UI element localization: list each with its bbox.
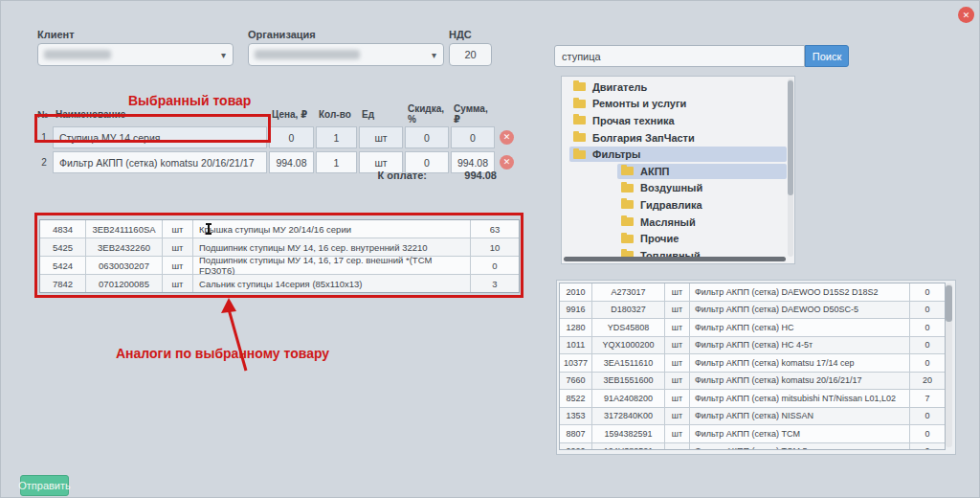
catalog-name[interactable]: Фильтр АКПП (сетка) DAEWOO D50SC-5 bbox=[690, 302, 910, 319]
tree-vertical-scrollbar[interactable] bbox=[788, 79, 793, 257]
client-select[interactable]: ▾ bbox=[37, 43, 234, 66]
tree-item[interactable]: Прочая техника bbox=[562, 112, 787, 129]
chevron-down-icon: ▾ bbox=[221, 50, 226, 60]
catalog-qty: 20 bbox=[910, 373, 945, 390]
search-button[interactable]: Поиск bbox=[805, 45, 849, 67]
tree-item[interactable]: АКПП bbox=[562, 163, 787, 180]
catalog-qty: 7 bbox=[910, 390, 945, 407]
delete-row-icon[interactable]: ✕ bbox=[500, 130, 514, 145]
cart-row-price[interactable]: 0 bbox=[269, 126, 314, 148]
cart-row[interactable]: 1 Ступица МУ 14 серия 0 1 шт 0 0 ✕ bbox=[37, 126, 516, 148]
search-input[interactable] bbox=[554, 45, 805, 67]
analog-row[interactable]: 5424 0630030207 шт Подшипник ступицы МУ … bbox=[40, 257, 519, 275]
analog-name[interactable]: Подшипник ступицы МУ 14, 16, 17 сер. вне… bbox=[193, 257, 471, 274]
col-price: Цена, ₽ bbox=[269, 109, 314, 120]
catalog-row[interactable]: 10377 3EA1511610 шт Фильтр АКПП (сетка) … bbox=[560, 354, 945, 373]
catalog-row[interactable]: 7660 3EB1551600 шт Фильтр АКПП (сетка) k… bbox=[560, 373, 945, 391]
catalog-row[interactable]: 8522 91A2408200 шт Фильтр АКПП (сетка) m… bbox=[560, 390, 945, 408]
tree-item[interactable]: Ремонты и услуги bbox=[562, 96, 787, 113]
tree-item[interactable]: Двигатель bbox=[562, 79, 787, 96]
tree-item-label: Двигатель bbox=[592, 81, 647, 93]
cart-row-discount[interactable]: 0 bbox=[405, 126, 449, 148]
analog-name[interactable]: Крышка ступицы МУ 20/14/16 серии bbox=[193, 220, 471, 238]
catalog-qty: 0 bbox=[910, 283, 945, 301]
catalog-qty: 0 bbox=[910, 302, 945, 319]
catalog-name[interactable]: Фильтр АКПП (сетка) NISSAN bbox=[690, 408, 910, 425]
vat-input[interactable] bbox=[449, 43, 492, 66]
tree-item[interactable]: Масляный bbox=[562, 214, 787, 231]
catalog-name[interactable]: Фильтр АКПП (сетка) HC 4-5т bbox=[690, 337, 910, 354]
tree-item[interactable]: Фильтры bbox=[562, 146, 787, 163]
delete-row-icon[interactable]: ✕ bbox=[500, 155, 514, 170]
catalog-table: 2010 A273017 шт Фильтр АКПП (сетка) DAEW… bbox=[559, 283, 946, 450]
annotation-arrow bbox=[212, 298, 259, 374]
folder-icon bbox=[621, 200, 634, 209]
annotation-analogs: Аналоги по выбранному товару bbox=[116, 346, 329, 361]
analog-code: 0701200085 bbox=[86, 275, 163, 292]
catalog-code: 3EA1511610 bbox=[592, 354, 665, 372]
catalog-qty: 0 bbox=[910, 425, 945, 442]
catalog-row[interactable]: 8807 1594382591 шт Фильтр АКПП (сетка) T… bbox=[560, 425, 945, 443]
catalog-row[interactable]: 1353 3172840K00 шт Фильтр АКПП (сетка) N… bbox=[560, 408, 945, 426]
catalog-id: 10377 bbox=[560, 354, 592, 372]
catalog-code: YDS45808 bbox=[592, 319, 665, 336]
catalog-id: 7660 bbox=[560, 373, 592, 390]
catalog-id: 1011 bbox=[560, 337, 592, 354]
analog-row[interactable]: 7842 0701200085 шт Сальник ступицы 14сер… bbox=[40, 275, 519, 292]
analog-qty: 0 bbox=[471, 257, 519, 274]
catalog-row[interactable]: 1280 YDS45808 шт Фильтр АКПП (сетка) HC … bbox=[560, 319, 945, 337]
organization-label: Организация bbox=[248, 29, 444, 40]
analog-id: 5424 bbox=[40, 257, 86, 274]
tree-item[interactable]: Болгария ЗапЧасти bbox=[562, 129, 787, 147]
client-field: Клиент ▾ bbox=[37, 29, 234, 66]
catalog-id: 8522 bbox=[560, 390, 592, 407]
vat-label: НДС bbox=[449, 29, 492, 40]
catalog-name[interactable]: Фильтр АКПП (сетка) TCM 5т bbox=[690, 443, 910, 451]
cart-table: № Наименование Цена, ₽ Кол-во Ед Скидка,… bbox=[37, 103, 516, 176]
tree-item-label: АКПП bbox=[640, 166, 669, 177]
annotation-selected-item: Выбранный товар bbox=[128, 93, 251, 108]
catalog-code: 3EB1551600 bbox=[592, 373, 665, 390]
catalog-code: 124U382521 bbox=[592, 443, 665, 451]
tree-item-label: Прочие bbox=[640, 233, 679, 244]
col-name: Наименование bbox=[53, 109, 267, 120]
organization-field: Организация ▾ bbox=[248, 29, 444, 66]
tree-horizontal-scrollbar[interactable] bbox=[564, 257, 786, 261]
catalog-row[interactable]: 9916 D180327 шт Фильтр АКПП (сетка) DAEW… bbox=[560, 302, 945, 320]
send-button[interactable]: Отправить bbox=[20, 475, 69, 496]
cart-row-num: 1 bbox=[37, 126, 51, 148]
catalog-name[interactable]: Фильтр АКПП (сетка) DAEWOO D15S2 D18S2 bbox=[690, 283, 910, 301]
catalog-qty: 0 bbox=[910, 408, 945, 425]
analog-name[interactable]: Сальник ступицы 14серия (85х110х13) bbox=[193, 275, 471, 292]
tree-item[interactable]: Воздушный bbox=[562, 180, 787, 197]
catalog-name[interactable]: Фильтр АКПП (сетка) mitsubishi NT/Nissan… bbox=[690, 390, 910, 407]
catalog-vertical-scrollbar[interactable] bbox=[946, 283, 952, 447]
total-value: 994.08 bbox=[430, 170, 497, 181]
analog-row[interactable]: 4834 3EB2411160SA шт Крышка ступицы МУ 2… bbox=[40, 220, 519, 238]
tree-item[interactable]: Прочие bbox=[562, 230, 787, 247]
catalog-name[interactable]: Фильтр АКПП (сетка) HC bbox=[690, 319, 910, 336]
catalog-name[interactable]: Фильтр АКПП (сетка) komatsu 20/16/21/17 bbox=[690, 373, 910, 390]
catalog-name[interactable]: Фильтр АКПП (сетка) komatsu 17/14 сер bbox=[690, 354, 910, 372]
catalog-id: 8807 bbox=[560, 425, 592, 442]
catalog-name[interactable]: Фильтр АКПП (сетка) TCM bbox=[690, 425, 910, 442]
total-label: К оплате: bbox=[378, 170, 427, 181]
cart-row-name[interactable]: Ступица МУ 14 серия bbox=[53, 126, 267, 148]
catalog-row[interactable]: 1011 YQX1000200 шт Фильтр АКПП (сетка) H… bbox=[560, 337, 945, 355]
catalog-unit: шт bbox=[665, 390, 690, 407]
catalog-row[interactable]: 9920 124U382521 шт Фильтр АКПП (сетка) T… bbox=[560, 443, 945, 451]
catalog-code: YQX1000200 bbox=[592, 337, 665, 354]
cart-row-qty[interactable]: 1 bbox=[316, 126, 357, 148]
close-icon[interactable]: ✕ bbox=[958, 7, 974, 23]
tree-item[interactable]: Гидравлика bbox=[562, 196, 787, 214]
catalog-unit: шт bbox=[665, 319, 690, 336]
text-cursor bbox=[208, 223, 210, 235]
analog-name[interactable]: Подшипник ступицы МУ 14, 16 сер. внутрен… bbox=[193, 238, 471, 256]
organization-select[interactable]: ▾ bbox=[248, 43, 444, 66]
analog-id: 7842 bbox=[40, 275, 86, 292]
catalog-row[interactable]: 2010 A273017 шт Фильтр АКПП (сетка) DAEW… bbox=[560, 283, 945, 302]
analog-qty: 63 bbox=[471, 220, 519, 238]
client-value-redacted bbox=[44, 50, 111, 59]
catalog-unit: шт bbox=[665, 373, 690, 390]
tree-item-label: Прочая техника bbox=[592, 115, 675, 126]
